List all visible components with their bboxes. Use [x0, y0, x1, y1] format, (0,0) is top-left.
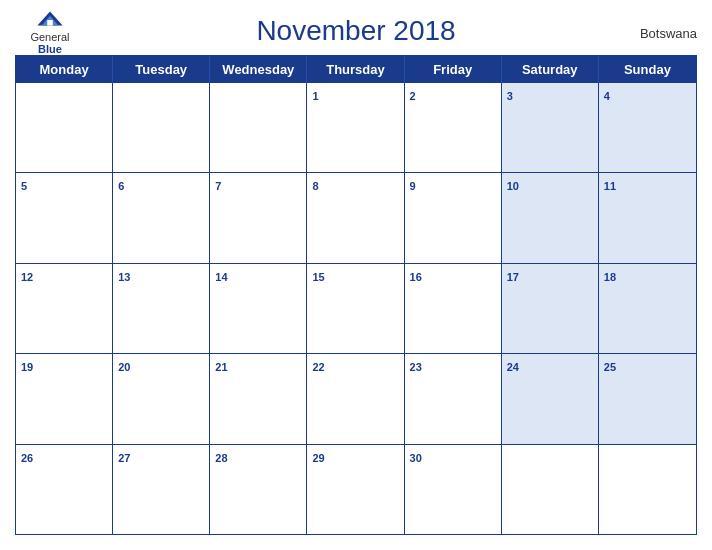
day-header-sunday: Sunday — [599, 56, 696, 83]
day-cell: 19 — [16, 354, 113, 443]
day-number: 4 — [604, 90, 610, 102]
svg-rect-2 — [47, 20, 53, 26]
day-number: 18 — [604, 271, 616, 283]
day-cell: 28 — [210, 445, 307, 534]
day-number: 16 — [410, 271, 422, 283]
day-number: 19 — [21, 361, 33, 373]
day-number: 5 — [21, 180, 27, 192]
day-cell: 6 — [113, 173, 210, 262]
day-header-friday: Friday — [405, 56, 502, 83]
day-cell: 24 — [502, 354, 599, 443]
day-number: 23 — [410, 361, 422, 373]
logo-blue-text: Blue — [38, 43, 62, 55]
day-number: 2 — [410, 90, 416, 102]
day-number: 28 — [215, 452, 227, 464]
day-number: 20 — [118, 361, 130, 373]
week-row-2: 567891011 — [16, 172, 696, 262]
day-cell: 22 — [307, 354, 404, 443]
day-cell: 17 — [502, 264, 599, 353]
day-header-thursday: Thursday — [307, 56, 404, 83]
day-cell — [16, 83, 113, 172]
logo-general-text: General — [30, 31, 69, 43]
week-row-5: 2627282930 — [16, 444, 696, 534]
day-number: 21 — [215, 361, 227, 373]
day-cell: 26 — [16, 445, 113, 534]
day-number: 27 — [118, 452, 130, 464]
day-cell: 14 — [210, 264, 307, 353]
day-cell: 16 — [405, 264, 502, 353]
day-number: 9 — [410, 180, 416, 192]
day-number: 14 — [215, 271, 227, 283]
day-cell: 13 — [113, 264, 210, 353]
day-cell: 27 — [113, 445, 210, 534]
day-cell — [599, 445, 696, 534]
day-header-monday: Monday — [16, 56, 113, 83]
day-cell: 1 — [307, 83, 404, 172]
day-number: 22 — [312, 361, 324, 373]
day-number: 8 — [312, 180, 318, 192]
day-cell: 10 — [502, 173, 599, 262]
day-cell: 21 — [210, 354, 307, 443]
day-number: 10 — [507, 180, 519, 192]
day-headers-row: MondayTuesdayWednesdayThursdayFridaySatu… — [16, 56, 696, 83]
calendar-container: General Blue November 2018 Botswana Mond… — [0, 0, 712, 550]
day-number: 7 — [215, 180, 221, 192]
day-header-wednesday: Wednesday — [210, 56, 307, 83]
day-number: 17 — [507, 271, 519, 283]
day-cell: 20 — [113, 354, 210, 443]
day-number: 13 — [118, 271, 130, 283]
week-row-3: 12131415161718 — [16, 263, 696, 353]
day-cell: 29 — [307, 445, 404, 534]
day-header-saturday: Saturday — [502, 56, 599, 83]
calendar-title: November 2018 — [256, 15, 455, 47]
country-label: Botswana — [640, 25, 697, 40]
calendar-header: General Blue November 2018 Botswana — [15, 10, 697, 55]
day-cell: 23 — [405, 354, 502, 443]
day-cell: 8 — [307, 173, 404, 262]
week-row-4: 19202122232425 — [16, 353, 696, 443]
day-cell: 9 — [405, 173, 502, 262]
day-cell — [210, 83, 307, 172]
day-number: 26 — [21, 452, 33, 464]
day-header-tuesday: Tuesday — [113, 56, 210, 83]
day-number: 3 — [507, 90, 513, 102]
day-number: 15 — [312, 271, 324, 283]
day-cell — [502, 445, 599, 534]
day-number: 29 — [312, 452, 324, 464]
day-number: 24 — [507, 361, 519, 373]
day-cell: 7 — [210, 173, 307, 262]
calendar-grid: MondayTuesdayWednesdayThursdayFridaySatu… — [15, 55, 697, 535]
day-number: 1 — [312, 90, 318, 102]
day-number: 11 — [604, 180, 616, 192]
day-cell: 12 — [16, 264, 113, 353]
week-row-1: 1234 — [16, 83, 696, 172]
logo-area: General Blue — [15, 10, 85, 55]
day-cell: 11 — [599, 173, 696, 262]
day-cell: 18 — [599, 264, 696, 353]
day-number: 6 — [118, 180, 124, 192]
day-cell: 2 — [405, 83, 502, 172]
day-number: 30 — [410, 452, 422, 464]
day-cell: 4 — [599, 83, 696, 172]
weeks-container: 1234567891011121314151617181920212223242… — [16, 83, 696, 534]
logo-icon — [36, 10, 64, 30]
day-number: 25 — [604, 361, 616, 373]
day-number: 12 — [21, 271, 33, 283]
day-cell: 25 — [599, 354, 696, 443]
day-cell: 5 — [16, 173, 113, 262]
day-cell: 3 — [502, 83, 599, 172]
day-cell: 15 — [307, 264, 404, 353]
day-cell: 30 — [405, 445, 502, 534]
day-cell — [113, 83, 210, 172]
